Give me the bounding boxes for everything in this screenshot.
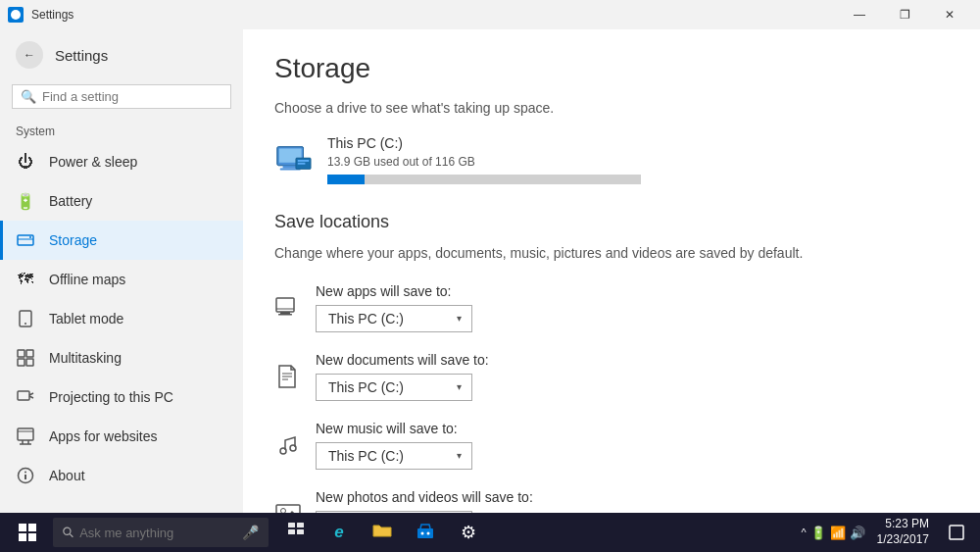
system-clock[interactable]: 5:23 PM 1/23/2017 [869, 517, 937, 547]
svg-rect-28 [298, 163, 306, 165]
tray-network-icon: 📶 [830, 526, 846, 540]
music-save-value: This PC (C:) [328, 448, 404, 464]
drive-icon [274, 140, 314, 179]
page-title: Storage [274, 53, 949, 84]
taskbar-right: ^ 🔋 📶 🔊 5:23 PM 1/23/2017 [801, 513, 976, 552]
sidebar-item-label: About [49, 468, 85, 483]
svg-point-20 [24, 472, 26, 474]
drive-progress-fill [327, 175, 365, 184]
svg-rect-24 [283, 166, 298, 169]
drive-usage: 13.9 GB used out of 116 GB [327, 155, 949, 169]
taskbar-search-input[interactable] [79, 526, 236, 540]
svg-rect-31 [280, 312, 290, 314]
taskbar-search-box[interactable]: 🎤 [53, 518, 269, 547]
save-locations-title: Save locations [274, 212, 949, 232]
tray-volume-icon: 🔊 [850, 526, 865, 540]
maximize-button[interactable]: ❐ [882, 0, 927, 29]
file-explorer-button[interactable] [361, 513, 404, 552]
apps-save-right: New apps will save to: This PC (C:) ▾ [316, 283, 472, 332]
tray-icons: ^ 🔋 📶 🔊 [801, 526, 864, 540]
sidebar-app-title: Settings [55, 47, 108, 64]
music-save-label: New music will save to: [316, 421, 472, 436]
sidebar-item-label: Tablet mode [49, 311, 123, 326]
sidebar-item-battery[interactable]: 🔋 Battery [0, 181, 243, 221]
sidebar-item-tablet-mode[interactable]: Tablet mode [0, 299, 243, 338]
store-icon [416, 522, 434, 544]
svg-rect-32 [278, 314, 292, 316]
music-save-right: New music will save to: This PC (C:) ▾ [316, 421, 472, 470]
titlebar: Settings — ❐ ✕ [0, 0, 980, 29]
sidebar: ← Settings 🔍 System ⏻ Power & sleep 🔋 Ba… [0, 29, 243, 513]
tray-chevron-icon[interactable]: ^ [801, 527, 806, 538]
svg-line-45 [70, 534, 73, 537]
sidebar-item-storage[interactable]: Storage [0, 221, 243, 260]
apps-save-label: New apps will save to: [316, 283, 472, 299]
svg-rect-48 [288, 529, 295, 534]
about-icon [16, 466, 35, 485]
clock-date: 1/23/2017 [877, 532, 929, 548]
search-icon: 🔍 [21, 89, 36, 104]
music-save-dropdown[interactable]: This PC (C:) ▾ [316, 442, 472, 470]
minimize-button[interactable]: — [837, 0, 882, 29]
svg-rect-29 [276, 298, 294, 312]
settings-icon: ⚙ [461, 522, 476, 543]
svg-point-36 [280, 448, 286, 454]
back-button[interactable]: ← [16, 41, 43, 69]
app-body: ← Settings 🔍 System ⏻ Power & sleep 🔋 Ba… [0, 29, 980, 513]
sidebar-item-about[interactable]: About [0, 456, 243, 495]
file-explorer-icon [372, 522, 392, 544]
titlebar-left: Settings [8, 7, 74, 23]
docs-save-right: New documents will save to: This PC (C:)… [316, 352, 489, 401]
start-button[interactable] [4, 513, 51, 552]
photos-save-icon [274, 500, 302, 513]
store-button[interactable] [404, 513, 447, 552]
close-button[interactable]: ✕ [927, 0, 972, 29]
music-save-icon [274, 431, 302, 459]
tray-battery-icon: 🔋 [810, 526, 826, 540]
apps-websites-icon [16, 427, 35, 446]
search-input[interactable] [42, 89, 222, 104]
drive-info: This PC (C:) 13.9 GB used out of 116 GB [327, 135, 949, 184]
sidebar-item-apps-websites[interactable]: Apps for websites [0, 417, 243, 456]
edge-icon: e [334, 523, 343, 542]
drive-item[interactable]: This PC (C:) 13.9 GB used out of 116 GB [274, 135, 949, 184]
svg-rect-7 [26, 350, 33, 357]
svg-rect-8 [18, 359, 24, 366]
svg-point-5 [24, 323, 26, 325]
save-location-photos: New photos and videos will save to: This… [274, 489, 949, 513]
projecting-icon [16, 387, 35, 407]
search-box[interactable]: 🔍 [12, 84, 231, 109]
sidebar-item-label: Apps for websites [49, 428, 158, 444]
sidebar-item-multitasking[interactable]: Multitasking [0, 338, 243, 377]
photos-save-label: New photos and videos will save to: [316, 489, 533, 505]
svg-rect-50 [417, 528, 433, 538]
apps-save-dropdown[interactable]: This PC (C:) ▾ [316, 305, 472, 332]
sidebar-item-label: Battery [49, 193, 92, 209]
sidebar-item-label: Power & sleep [49, 154, 137, 170]
task-view-button[interactable] [274, 513, 318, 552]
svg-rect-41 [28, 524, 36, 531]
titlebar-title: Settings [31, 8, 74, 22]
settings-button[interactable]: ⚙ [447, 513, 490, 552]
sidebar-item-power-sleep[interactable]: ⏻ Power & sleep [0, 142, 243, 181]
multitasking-icon [16, 348, 35, 368]
sidebar-item-offline-maps[interactable]: 🗺 Offline maps [0, 260, 243, 299]
sidebar-item-projecting[interactable]: Projecting to this PC [0, 377, 243, 417]
edge-button[interactable]: e [318, 513, 361, 552]
svg-rect-9 [26, 359, 33, 366]
svg-point-44 [64, 527, 71, 534]
save-location-documents: New documents will save to: This PC (C:)… [274, 352, 949, 401]
apps-dropdown-arrow: ▾ [457, 313, 462, 324]
mic-icon[interactable]: 🎤 [242, 525, 259, 540]
svg-rect-46 [288, 523, 295, 527]
clock-time: 5:23 PM [877, 517, 929, 532]
offline-maps-icon: 🗺 [16, 270, 35, 289]
notification-button[interactable] [941, 513, 972, 552]
sidebar-nav: System ⏻ Power & sleep 🔋 Battery Storage [0, 117, 243, 513]
svg-point-51 [421, 531, 424, 534]
storage-icon [16, 230, 35, 250]
app-icon [8, 7, 24, 23]
svg-rect-53 [950, 526, 963, 539]
docs-save-dropdown[interactable]: This PC (C:) ▾ [316, 374, 472, 401]
drive-name: This PC (C:) [327, 135, 949, 151]
